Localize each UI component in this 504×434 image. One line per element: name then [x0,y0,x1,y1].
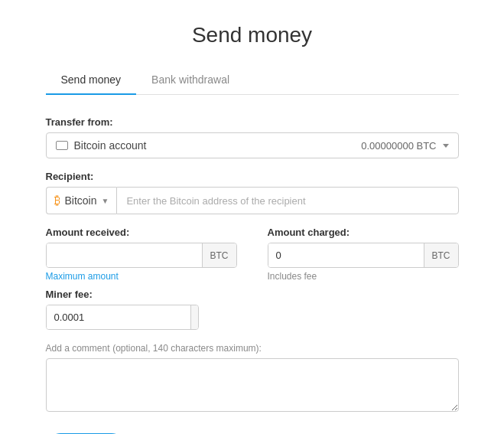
amount-charged-label: Amount charged: [268,227,459,238]
recipient-section: Recipient: ₿ Bitcoin ▼ [46,171,459,214]
amount-charged-group: Amount charged: BTC Includes fee [268,227,459,282]
tabs-container: Send money Bank withdrawal [46,66,459,95]
amounts-row: Amount received: BTC Maximum amount Amou… [46,227,459,282]
recipient-row: ₿ Bitcoin ▼ [46,187,459,214]
miner-fee-input-wrap: BTC [46,305,199,330]
amount-received-input-wrap: BTC [46,243,237,268]
miner-fee-label: Miner fee: [46,289,459,300]
amount-received-group: Amount received: BTC Maximum amount [46,227,237,282]
recipient-label: Recipient: [46,171,459,182]
recipient-address-input[interactable] [116,187,458,214]
page-title: Send money [46,23,459,47]
currency-label: Bitcoin [65,194,97,207]
comment-textarea[interactable] [46,358,459,412]
account-name: Bitcoin account [74,139,147,152]
comment-optional: (optional, 140 characters maximum): [112,343,262,354]
includes-fee-text: Includes fee [268,271,459,282]
miner-fee-input[interactable] [47,305,190,329]
amount-received-input[interactable] [47,243,202,267]
maximum-amount-link[interactable]: Maximum amount [46,271,119,282]
tab-bank-withdrawal[interactable]: Bank withdrawal [136,66,245,95]
comment-label: Add a comment (optional, 140 characters … [46,342,459,354]
wallet-icon [56,141,68,150]
currency-select[interactable]: ₿ Bitcoin ▼ [46,187,117,214]
tab-send-money[interactable]: Send money [46,66,137,95]
account-balance: 0.00000000 BTC [361,140,436,152]
comment-section: Add a comment (optional, 140 characters … [46,342,459,415]
send-money-modal: Send money Send money Bank withdrawal Tr… [15,0,489,434]
transfer-from-label: Transfer from: [46,116,459,128]
amount-charged-input[interactable] [268,243,424,267]
miner-fee-section: Miner fee: BTC [46,289,459,330]
miner-fee-currency: BTC [190,305,199,329]
chevron-down-icon: ▼ [102,197,109,205]
amount-charged-currency: BTC [424,243,458,267]
chevron-down-icon [443,144,449,148]
amount-received-label: Amount received: [46,227,237,238]
transfer-from-section: Transfer from: Bitcoin account 0.0000000… [46,116,459,158]
account-select-dropdown[interactable]: Bitcoin account 0.00000000 BTC [46,132,459,158]
amount-charged-input-wrap: BTC [268,243,459,268]
bitcoin-icon: ₿ [54,194,60,207]
amount-received-currency: BTC [202,243,236,267]
